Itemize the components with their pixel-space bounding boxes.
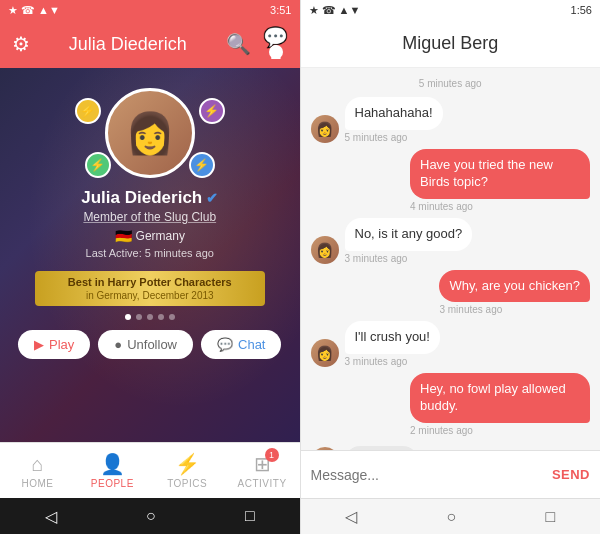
page-title: Julia Diederich <box>69 34 187 55</box>
chat-header: Miguel Berg <box>301 20 601 68</box>
dot-2[interactable] <box>136 314 142 320</box>
dot-5[interactable] <box>169 314 175 320</box>
right-android-nav: ◁ ○ □ <box>301 498 601 534</box>
right-panel: ★ ☎ ▲▼ 1:56 Miguel Berg 5 minutes ago 👩 … <box>301 0 601 534</box>
msg-meta-5: I'll crush you! 3 minutes ago <box>345 321 440 367</box>
send-button[interactable]: SEND <box>552 467 590 482</box>
avatar-image: 👩 <box>108 91 192 175</box>
bubble-received-3: I'll crush you! <box>345 321 440 354</box>
chat-badge: 1 <box>269 45 283 59</box>
action-buttons: ▶ Play ● Unfollow 💬 Chat <box>18 330 281 359</box>
avatar-received-1: 👩 <box>311 115 339 143</box>
msg-time-3: 3 minutes ago <box>345 253 473 264</box>
search-icon[interactable]: 🔍 <box>226 32 251 56</box>
msg-time-5: 3 minutes ago <box>345 356 440 367</box>
chat-btn-icon: 💬 <box>217 337 233 352</box>
badge-green-icon: ⚡ <box>85 152 111 178</box>
right-back-icon[interactable]: ◁ <box>345 507 357 526</box>
home-label: HOME <box>21 478 53 489</box>
profile-location: 🇩🇪 Germany <box>81 228 218 244</box>
dot-4[interactable] <box>158 314 164 320</box>
left-header: ⚙ Julia Diederich 🔍 💬 1 <box>0 20 300 68</box>
chat-messages[interactable]: 5 minutes ago 👩 Hahahahaha! 5 minutes ag… <box>301 68 601 450</box>
msg-time-4: 3 minutes ago <box>439 304 590 315</box>
bubble-received-2: No, is it any good? <box>345 218 473 251</box>
message-input[interactable] <box>311 467 544 483</box>
chat-title: Miguel Berg <box>402 33 498 54</box>
recent-icon[interactable]: □ <box>245 507 255 525</box>
award-title: Best in Harry Potter Characters <box>45 276 255 288</box>
message-row: 👩 I'll crush you! 3 minutes ago <box>311 321 591 367</box>
left-android-nav: ◁ ○ □ <box>0 498 300 534</box>
avatar-received-3: 👩 <box>311 339 339 367</box>
dot-3[interactable] <box>147 314 153 320</box>
bubble-sent-1: Have you tried the new Birds topic? <box>410 149 590 199</box>
message-row: Have you tried the new Birds topic? 4 mi… <box>311 149 591 212</box>
back-icon[interactable]: ◁ <box>45 507 57 526</box>
sidebar-item-activity[interactable]: ⊞ 1 ACTIVITY <box>225 452 300 489</box>
bubble-sent-2: Why, are you chicken? <box>439 270 590 303</box>
activity-badge-wrap: ⊞ 1 <box>254 452 271 476</box>
msg-time-1: 5 minutes ago <box>345 132 443 143</box>
last-active: Last Active: 5 minutes ago <box>81 247 218 259</box>
message-row: 👩 No, is it any good? 3 minutes ago <box>311 218 591 264</box>
badge-yellow-icon: ⚡ <box>75 98 101 124</box>
msg-meta-2: Have you tried the new Birds topic? 4 mi… <box>410 149 590 212</box>
avatar-section: 👩 ⚡ ⚡ ⚡ ⚡ <box>105 88 195 178</box>
unfollow-icon: ● <box>114 337 122 352</box>
profile-info: Julia Diederich ✔ Member of the Slug Clu… <box>81 188 218 259</box>
people-label: PEOPLE <box>91 478 134 489</box>
home-android-icon[interactable]: ○ <box>146 507 156 525</box>
msg-meta-1: Hahahahaha! 5 minutes ago <box>345 97 443 143</box>
home-icon: ⌂ <box>31 453 43 476</box>
profile-background: 👩 ⚡ ⚡ ⚡ ⚡ Julia Diederich ✔ Member of th… <box>0 68 300 442</box>
right-status-icons: ★ ☎ ▲▼ <box>309 4 361 17</box>
msg-meta-6: Hey, no fowl play allowed buddy. 2 minut… <box>410 373 590 436</box>
avatar: 👩 <box>105 88 195 178</box>
profile-name: Julia Diederich ✔ <box>81 188 218 208</box>
activity-label: ACTIVITY <box>238 478 287 489</box>
badge-purple-icon: ⚡ <box>199 98 225 124</box>
dots-indicator <box>125 314 175 320</box>
badge-blue-icon: ⚡ <box>189 152 215 178</box>
message-row: Why, are you chicken? 3 minutes ago <box>311 270 591 316</box>
header-icons: 🔍 💬 1 <box>226 25 288 63</box>
sidebar-item-people[interactable]: 👤 PEOPLE <box>75 452 150 489</box>
msg-meta-4: Why, are you chicken? 3 minutes ago <box>439 270 590 316</box>
chat-button[interactable]: 💬 Chat <box>201 330 281 359</box>
chat-icon-wrap[interactable]: 💬 1 <box>263 25 288 63</box>
flag-icon: 🇩🇪 <box>115 228 132 244</box>
right-home-icon[interactable]: ○ <box>447 508 457 526</box>
people-icon: 👤 <box>100 452 125 476</box>
right-status-bar: ★ ☎ ▲▼ 1:56 <box>301 0 601 20</box>
play-button[interactable]: ▶ Play <box>18 330 90 359</box>
msg-time-2: 4 minutes ago <box>410 201 590 212</box>
avatar-received-2: 👩 <box>311 236 339 264</box>
msg-meta-3: No, is it any good? 3 minutes ago <box>345 218 473 264</box>
right-recent-icon[interactable]: □ <box>546 508 556 526</box>
time-label-top: 5 minutes ago <box>311 78 591 89</box>
sidebar-item-home[interactable]: ⌂ HOME <box>0 453 75 489</box>
topics-label: TOPICS <box>167 478 207 489</box>
award-subtitle: in Germany, December 2013 <box>45 290 255 301</box>
bottom-nav: ⌂ HOME 👤 PEOPLE ⚡ TOPICS ⊞ 1 ACTIVITY <box>0 442 300 498</box>
right-time: 1:56 <box>571 4 592 16</box>
verified-icon: ✔ <box>206 190 218 206</box>
left-panel: ★ ☎ ▲▼ 3:51 ⚙ Julia Diederich 🔍 💬 1 👩 ⚡ … <box>0 0 300 534</box>
award-banner: Best in Harry Potter Characters in Germa… <box>35 271 265 306</box>
activity-badge: 1 <box>265 448 279 462</box>
bubble-sent-3: Hey, no fowl play allowed buddy. <box>410 373 590 423</box>
gear-icon[interactable]: ⚙ <box>12 32 30 56</box>
bubble-received-1: Hahahahaha! <box>345 97 443 130</box>
topics-icon: ⚡ <box>175 452 200 476</box>
typing-row: 👩 Typing... <box>311 442 591 450</box>
message-row: 👩 Hahahahaha! 5 minutes ago <box>311 97 591 143</box>
message-row: Hey, no fowl play allowed buddy. 2 minut… <box>311 373 591 436</box>
dot-1[interactable] <box>125 314 131 320</box>
unfollow-button[interactable]: ● Unfollow <box>98 330 193 359</box>
play-icon: ▶ <box>34 337 44 352</box>
left-time: 3:51 <box>270 4 291 16</box>
msg-time-6: 2 minutes ago <box>410 425 590 436</box>
profile-subtitle[interactable]: Member of the Slug Club <box>81 210 218 224</box>
sidebar-item-topics[interactable]: ⚡ TOPICS <box>150 452 225 489</box>
